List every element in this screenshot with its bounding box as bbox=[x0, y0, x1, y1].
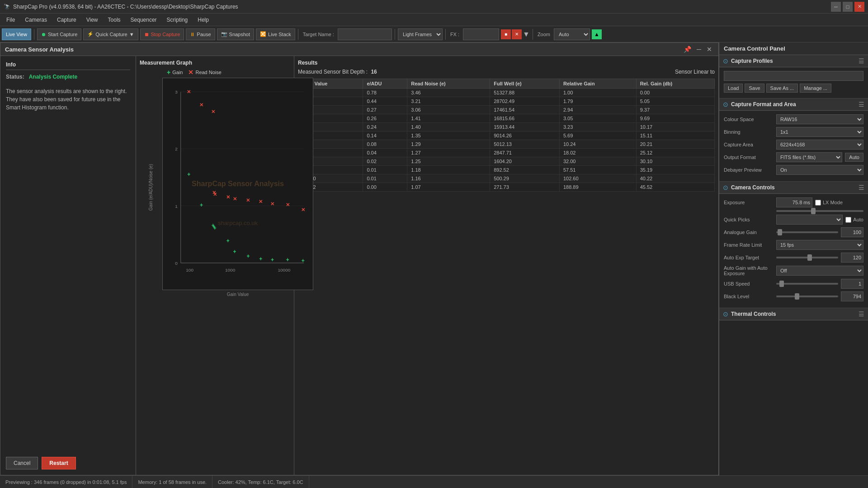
cooler-status: Cooler: 42%, Temp: 6.1C, Target: 6.0C bbox=[212, 476, 309, 488]
quick-picks-row: Quick Picks Auto bbox=[724, 215, 863, 225]
cancel-button[interactable]: Cancel bbox=[6, 457, 38, 469]
table-cell: 15913.44 bbox=[490, 123, 560, 131]
capture-format-header[interactable]: ⊙ Capture Format and Area ☰ bbox=[719, 99, 868, 111]
table-cell: 5.05 bbox=[636, 97, 714, 106]
maximize-button[interactable]: □ bbox=[843, 2, 853, 12]
stop-capture-button[interactable]: ⏹ Stop Capture bbox=[140, 28, 184, 40]
menu-cameras[interactable]: Cameras bbox=[20, 15, 52, 25]
preview-status: Previewing : 346 frames (0 dropped) in 0… bbox=[0, 476, 132, 488]
info-section-title: Info bbox=[6, 61, 130, 70]
menu-tools[interactable]: Tools bbox=[104, 15, 125, 25]
save-as-profile-button[interactable]: Save As ... bbox=[766, 84, 798, 93]
close-button[interactable]: ✕ bbox=[854, 2, 864, 12]
live-stack-button[interactable]: 🔀 Live Stack bbox=[256, 28, 295, 40]
thermal-controls-header[interactable]: ⊙ Thermal Controls ☰ bbox=[719, 308, 868, 320]
table-cell: 57.51 bbox=[559, 166, 636, 174]
lx-mode-checkbox[interactable] bbox=[815, 200, 821, 206]
results-table: Gain Value e/ADU Read Noise (e) Full Wel… bbox=[298, 79, 715, 192]
camera-controls-header[interactable]: ⊙ Camera Controls ☰ bbox=[719, 182, 868, 194]
colour-space-select[interactable]: RAW16 bbox=[776, 114, 863, 124]
table-cell: 1.41 bbox=[407, 114, 490, 123]
menu-help[interactable]: Help bbox=[193, 15, 213, 25]
save-profile-button[interactable]: Save bbox=[745, 84, 764, 93]
auto-exp-row: Auto Exp Target bbox=[724, 253, 863, 263]
target-name-input[interactable] bbox=[338, 28, 392, 40]
stack-icon: 🔀 bbox=[260, 31, 266, 37]
svg-text:✕: ✕ bbox=[233, 196, 237, 202]
menu-scripting[interactable]: Scripting bbox=[162, 15, 193, 25]
light-frames-select[interactable]: Light Frames bbox=[398, 28, 443, 40]
auto-output-button[interactable]: Auto bbox=[845, 153, 863, 162]
table-cell: 0.08 bbox=[363, 140, 407, 149]
table-cell: 0.01 bbox=[363, 166, 407, 174]
table-cell: 9014.26 bbox=[490, 131, 560, 140]
load-profile-button[interactable]: Load bbox=[724, 84, 743, 93]
svg-text:+: + bbox=[259, 256, 262, 262]
table-cell: 9.69 bbox=[636, 114, 714, 123]
x-axis-label: Gain Value bbox=[162, 292, 313, 297]
minimize-button[interactable]: ─ bbox=[831, 2, 841, 12]
table-cell: 18.02 bbox=[559, 149, 636, 157]
table-cell: 1.27 bbox=[407, 149, 490, 157]
thermal-controls-title: Thermal Controls bbox=[731, 311, 856, 317]
black-level-row: Black Level bbox=[724, 291, 863, 301]
menu-view[interactable]: View bbox=[82, 15, 103, 25]
quick-capture-button[interactable]: ⚡ Quick Capture ▼ bbox=[83, 28, 138, 40]
memory-status: Memory: 1 of 58 frames in use. bbox=[132, 476, 212, 488]
thermal-expand-icon: ⊙ bbox=[723, 310, 728, 318]
menu-capture[interactable]: Capture bbox=[52, 15, 81, 25]
zoom-select[interactable]: Auto 50% 100% 200% bbox=[554, 28, 590, 40]
snapshot-button[interactable]: 📷 Snapshot bbox=[217, 28, 254, 40]
pause-button[interactable]: ⏸ Pause bbox=[186, 28, 215, 40]
quick-capture-icon: ⚡ bbox=[87, 31, 94, 37]
svg-text:+: + bbox=[302, 258, 305, 264]
table-cell: 40.22 bbox=[636, 174, 714, 183]
colour-space-label: Colour Space bbox=[724, 117, 774, 122]
dialog-minimize-button[interactable]: ─ bbox=[695, 46, 703, 53]
dialog-pin-button[interactable]: 📌 bbox=[682, 46, 693, 53]
debayer-label: Debayer Preview bbox=[724, 167, 774, 173]
fx-red-btn2[interactable]: ✕ bbox=[512, 29, 522, 39]
output-format-select[interactable]: FITS files (*.fits) bbox=[776, 152, 842, 162]
manage-profiles-button[interactable]: Manage ... bbox=[800, 84, 831, 93]
exposure-input[interactable] bbox=[776, 197, 812, 207]
capture-profiles-header[interactable]: ⊙ Capture Profiles ☰ bbox=[719, 55, 868, 67]
start-capture-button[interactable]: ⏺ Start Capture bbox=[37, 28, 81, 40]
y-axis-label: Gain (e/ADU)/Noise (e) bbox=[149, 164, 154, 211]
analogue-gain-slider[interactable] bbox=[776, 231, 838, 233]
black-level-slider[interactable] bbox=[776, 296, 838, 297]
table-cell: 1.29 bbox=[407, 140, 490, 149]
fx-dropdown-icon[interactable]: ▼ bbox=[523, 30, 530, 38]
auto-exp-input[interactable] bbox=[841, 253, 863, 263]
table-cell: 16815.66 bbox=[490, 114, 560, 123]
quick-picks-select[interactable] bbox=[776, 215, 843, 225]
menu-file[interactable]: File bbox=[2, 15, 19, 25]
usb-speed-input[interactable] bbox=[841, 279, 863, 289]
auto-exp-label: Auto Exp Target bbox=[724, 255, 774, 260]
usb-speed-slider[interactable] bbox=[776, 283, 838, 285]
fx-red-btn1[interactable]: ■ bbox=[501, 29, 511, 39]
quick-picks-auto-checkbox[interactable] bbox=[845, 217, 851, 223]
svg-text:✕: ✕ bbox=[226, 194, 230, 200]
status-label: Status: bbox=[6, 74, 24, 80]
frame-rate-select[interactable]: 15 fps bbox=[776, 240, 863, 250]
profiles-input[interactable] bbox=[724, 71, 863, 81]
auto-exp-slider[interactable] bbox=[776, 257, 838, 258]
debayer-select[interactable]: On Off bbox=[776, 165, 863, 175]
fx-input[interactable] bbox=[463, 28, 499, 40]
capture-area-select[interactable]: 6224x4168 bbox=[776, 140, 863, 150]
graph-panel-title: Measurement Graph bbox=[140, 60, 290, 66]
restart-button[interactable]: Restart bbox=[42, 457, 75, 469]
auto-gain-select[interactable]: Off On bbox=[776, 266, 863, 276]
lx-mode-label[interactable]: LX Mode bbox=[815, 200, 843, 206]
svg-text:+: + bbox=[246, 253, 250, 259]
exposure-slider[interactable] bbox=[776, 210, 863, 212]
table-cell: 0.14 bbox=[363, 131, 407, 140]
black-level-input[interactable] bbox=[841, 291, 863, 301]
quick-picks-auto-label[interactable]: Auto bbox=[845, 217, 863, 223]
menu-sequencer[interactable]: Sequencer bbox=[126, 15, 161, 25]
live-view-button[interactable]: Live View bbox=[2, 28, 31, 40]
dialog-close-button[interactable]: ✕ bbox=[705, 46, 714, 53]
binning-select[interactable]: 1x1 bbox=[776, 127, 863, 137]
analogue-gain-input[interactable] bbox=[841, 227, 863, 237]
